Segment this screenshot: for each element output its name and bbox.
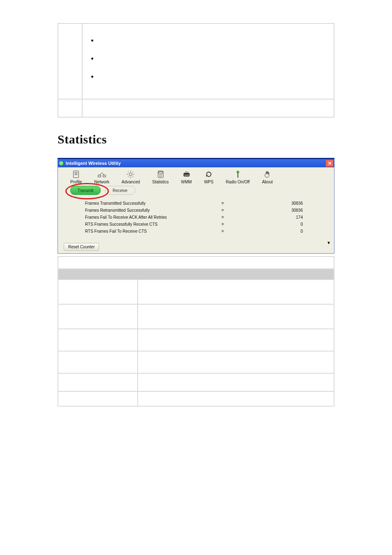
toolbar-label: Statistics: [152, 180, 169, 184]
stat-value: 30836: [254, 201, 303, 206]
svg-point-17: [161, 176, 162, 177]
hand-icon: [263, 170, 272, 179]
statistics-list: Frames Transmitted Successfully = 30836 …: [58, 197, 334, 240]
outline-cell: [138, 391, 334, 406]
outline-cell: [82, 99, 334, 117]
svg-text:QoS: QoS: [184, 174, 189, 176]
stat-row: Frames Retransmitted Successfully = 3083…: [85, 207, 318, 214]
network-icon: [97, 170, 106, 179]
stat-eq: =: [192, 215, 254, 220]
toolbar-label: Advanced: [122, 180, 140, 184]
calculator-icon: [156, 170, 165, 179]
outline-cell: [138, 329, 334, 351]
outline-cell: [58, 329, 138, 351]
svg-point-14: [161, 174, 162, 175]
svg-rect-6: [103, 175, 105, 177]
outline-cell: [58, 257, 334, 269]
outline-cell: [82, 23, 334, 99]
list-item: [98, 37, 333, 55]
stat-eq: =: [192, 201, 254, 206]
gear-icon: [126, 170, 135, 179]
close-button[interactable]: ✕: [325, 160, 334, 167]
toolbar-item-about[interactable]: About: [262, 170, 273, 184]
outline-table-top: [58, 23, 334, 118]
stat-label: Frames Retransmitted Successfully: [85, 208, 192, 213]
outline-cell: [58, 23, 82, 99]
stat-label: RTS Frames Fail To Receive CTS: [85, 229, 192, 234]
outline-cell: [138, 373, 334, 391]
tab-transmit[interactable]: Transmit: [70, 186, 101, 195]
tab-label: Receive: [113, 188, 127, 193]
svg-rect-1: [74, 171, 79, 178]
svg-line-7: [99, 173, 101, 175]
outline-cell: [58, 373, 138, 391]
close-icon: ✕: [328, 161, 332, 166]
window-title: Intelligent Wireless Utiltiy: [66, 161, 325, 166]
svg-line-8: [102, 173, 104, 175]
app-window: Intelligent Wireless Utiltiy ✕ Profile N…: [58, 158, 334, 254]
toolbar-item-advanced[interactable]: Advanced: [122, 170, 140, 184]
list-item: [98, 55, 333, 73]
svg-point-0: [59, 161, 64, 166]
stat-row: RTS Frames Fail To Receive CTS = 0: [85, 228, 318, 235]
stat-value: 30836: [254, 208, 303, 213]
refresh-icon: [204, 170, 213, 179]
stat-row: Frames Fail To Receive ACK After All Ret…: [85, 214, 318, 221]
toolbar-label: About: [262, 180, 273, 184]
toolbar-label: WPS: [204, 180, 214, 184]
list-item: [98, 73, 333, 91]
svg-rect-11: [159, 172, 162, 173]
profile-icon: [71, 170, 81, 179]
svg-point-16: [160, 176, 161, 177]
stat-row: Frames Transmitted Successfully = 30836: [85, 200, 318, 207]
stat-row: RTS Frames Successfully Receive CTS = 0: [85, 221, 318, 228]
svg-point-13: [160, 174, 161, 175]
button-label: Reset Counter: [68, 245, 95, 249]
qos-icon: QoS: [182, 170, 191, 179]
stat-value: 174: [254, 215, 303, 220]
toolbar-item-wmm[interactable]: QoS WMM: [181, 170, 192, 184]
bullet-list: [98, 37, 333, 91]
svg-rect-5: [98, 175, 101, 177]
toolbar-label: Radio On/Off: [226, 180, 249, 184]
svg-point-9: [129, 173, 132, 176]
tab-receive[interactable]: Receive: [105, 186, 135, 195]
toolbar-item-network[interactable]: Network: [94, 170, 109, 184]
outline-cell: [138, 280, 334, 304]
toolbar-label: Profile: [70, 180, 82, 184]
svg-point-20: [237, 171, 239, 173]
toolbar-label: Network: [94, 180, 109, 184]
section-heading: Statistics: [58, 132, 334, 146]
outline-cell: [58, 304, 138, 329]
antenna-icon: [233, 170, 242, 179]
outline-cell: [58, 391, 138, 406]
reset-counter-button[interactable]: Reset Counter: [64, 243, 99, 251]
toolbar-item-wps[interactable]: WPS: [204, 170, 214, 184]
outline-cell: [138, 351, 334, 373]
toolbar-item-radio[interactable]: Radio On/Off: [226, 170, 249, 184]
stat-eq: =: [192, 208, 254, 213]
toolbar-label: WMM: [181, 180, 192, 184]
outline-header: [58, 269, 334, 280]
svg-point-15: [159, 176, 160, 177]
stat-eq: =: [192, 222, 254, 227]
stat-label: Frames Fail To Receive ACK After All Ret…: [85, 215, 192, 220]
toolbar: Profile Network Advanced Statistics QoS …: [58, 167, 334, 186]
toolbar-item-profile[interactable]: Profile: [70, 170, 82, 184]
stat-label: RTS Frames Successfully Receive CTS: [85, 222, 192, 227]
stat-value: 0: [254, 222, 303, 227]
tab-label: Transmit: [78, 188, 94, 193]
stat-value: 0: [254, 229, 303, 234]
svg-point-12: [159, 174, 160, 175]
app-icon: [58, 160, 64, 166]
toolbar-item-statistics[interactable]: Statistics: [152, 170, 169, 184]
outline-table-bottom: [58, 256, 334, 407]
outline-cell: [138, 304, 334, 329]
window-titlebar: Intelligent Wireless Utiltiy ✕: [58, 159, 334, 167]
outline-cell: [58, 280, 138, 304]
outline-cell: [58, 351, 138, 373]
chevron-down-icon[interactable]: ▼: [327, 240, 331, 245]
outline-cell: [58, 99, 82, 117]
stat-eq: =: [192, 229, 254, 234]
tabs: Transmit Receive: [58, 186, 334, 197]
